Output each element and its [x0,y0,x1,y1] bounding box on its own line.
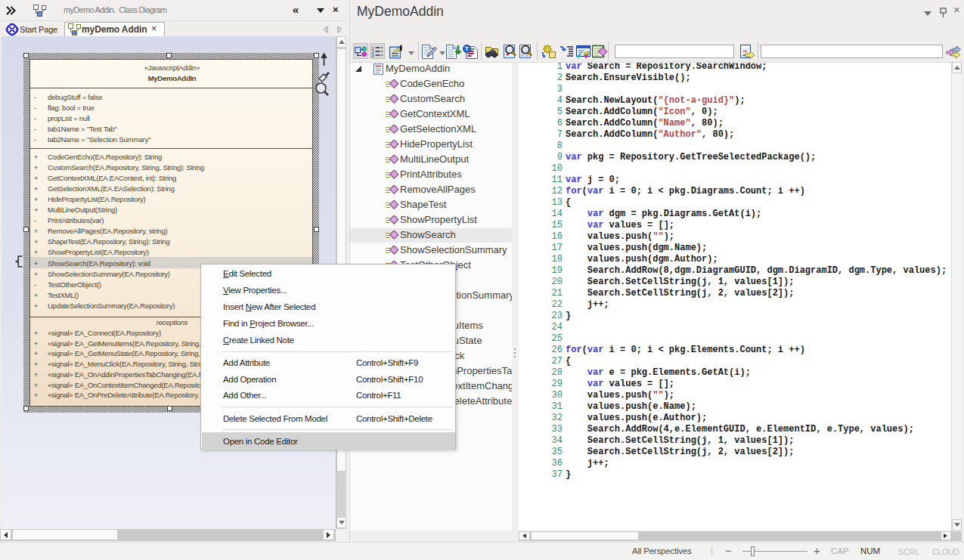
svg-text:T: T [465,45,469,52]
svg-text:3: 3 [371,53,374,57]
